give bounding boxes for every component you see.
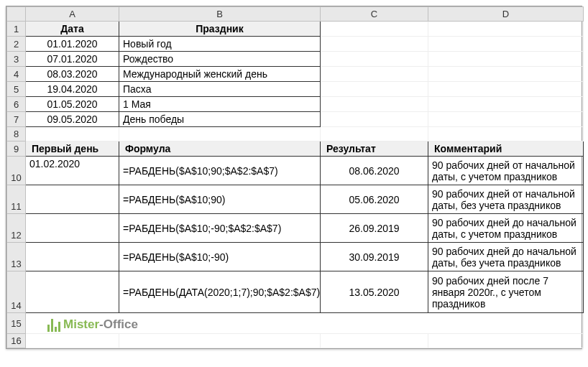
first-day[interactable] [26, 271, 119, 313]
comment[interactable]: 90 рабочих дней до начальной даты, с уче… [428, 214, 584, 243]
holidays-header-name[interactable]: Праздник [119, 22, 321, 37]
cell[interactable] [321, 127, 428, 141]
comment[interactable]: 90 рабочих дней от начальной даты, без у… [428, 185, 584, 214]
formula[interactable]: =РАБДЕНЬ($A$10;90) [119, 185, 321, 214]
watermark: Mister-Office [26, 313, 583, 333]
spreadsheet: A B C D 1 Дата Праздник 2 01.01.2020 Нов… [6, 6, 582, 349]
col-header-a[interactable]: A [26, 7, 119, 22]
result[interactable]: 05.06.2020 [321, 185, 428, 214]
holiday-name[interactable]: Рождество [119, 52, 321, 67]
watermark-text-green: Mister [63, 317, 99, 331]
cell[interactable] [321, 97, 428, 112]
cell[interactable] [428, 52, 584, 67]
holiday-date[interactable]: 19.04.2020 [26, 82, 119, 97]
comment[interactable]: 90 рабочих дней после 7 января 2020г., с… [428, 271, 584, 313]
cell[interactable] [119, 127, 321, 141]
col-header-b[interactable]: B [119, 7, 321, 22]
table-header-comment[interactable]: Комментарий [428, 141, 584, 157]
row-header[interactable]: 2 [7, 37, 26, 52]
holiday-name[interactable]: 1 Мая [119, 97, 321, 112]
cell[interactable] [428, 127, 584, 141]
row-header[interactable]: 13 [7, 243, 26, 271]
holiday-date[interactable]: 01.05.2020 [26, 97, 119, 112]
cell[interactable] [428, 82, 584, 97]
holiday-name[interactable]: Новый год [119, 37, 321, 52]
watermark-text-grey: Office [104, 317, 138, 331]
cell[interactable] [428, 334, 584, 348]
row-header[interactable]: 6 [7, 97, 26, 112]
first-day[interactable] [26, 243, 119, 271]
formula[interactable]: =РАБДЕНЬ($A$10;-90;$A$2:$A$7) [119, 214, 321, 243]
bars-icon [47, 317, 60, 332]
cell[interactable] [321, 112, 428, 127]
holiday-date[interactable]: 07.01.2020 [26, 52, 119, 67]
cell[interactable] [26, 334, 119, 348]
first-day[interactable] [26, 214, 119, 243]
holiday-date[interactable]: 01.01.2020 [26, 37, 119, 52]
row-header[interactable]: 16 [7, 334, 26, 348]
formula[interactable]: =РАБДЕНЬ($A$10;-90) [119, 243, 321, 271]
holidays-header-date[interactable]: Дата [26, 22, 119, 37]
cell[interactable] [321, 334, 428, 348]
cell[interactable] [428, 22, 584, 37]
first-day[interactable] [26, 185, 119, 214]
holiday-name[interactable]: День победы [119, 112, 321, 127]
comment[interactable]: 90 рабочих дней до начальной даты, без у… [428, 243, 584, 271]
formula[interactable]: =РАБДЕНЬ(ДАТА(2020;1;7);90;$A$2:$A$7) [119, 271, 321, 313]
cell[interactable] [321, 37, 428, 52]
holiday-date[interactable]: 08.03.2020 [26, 67, 119, 82]
result[interactable]: 30.09.2019 [321, 243, 428, 271]
cell[interactable] [119, 334, 321, 348]
table-header-first-day[interactable]: Первый день [26, 141, 119, 157]
cell[interactable] [26, 127, 119, 141]
result[interactable]: 08.06.2020 [321, 157, 428, 185]
cell[interactable] [428, 112, 584, 127]
result[interactable]: 26.09.2019 [321, 214, 428, 243]
col-header-d[interactable]: D [428, 7, 584, 22]
result[interactable]: 13.05.2020 [321, 271, 428, 313]
row-header[interactable]: 11 [7, 185, 26, 214]
holiday-date[interactable]: 09.05.2020 [26, 112, 119, 127]
corner-cell[interactable] [7, 7, 26, 22]
cell[interactable] [321, 82, 428, 97]
row-header[interactable]: 7 [7, 112, 26, 127]
holiday-name[interactable]: Пасха [119, 82, 321, 97]
cell[interactable] [428, 37, 584, 52]
col-header-row: A B C D [7, 7, 584, 22]
row-header[interactable]: 15 [7, 313, 26, 334]
cell[interactable]: Mister-Office [26, 313, 584, 334]
cell[interactable] [321, 67, 428, 82]
cell[interactable] [321, 52, 428, 67]
row-header[interactable]: 8 [7, 127, 26, 141]
row-header[interactable]: 14 [7, 271, 26, 313]
row-header[interactable]: 1 [7, 22, 26, 37]
row-header[interactable]: 3 [7, 52, 26, 67]
row-header[interactable]: 10 [7, 157, 26, 185]
cell[interactable] [428, 67, 584, 82]
row-header[interactable]: 12 [7, 214, 26, 243]
grid[interactable]: A B C D 1 Дата Праздник 2 01.01.2020 Нов… [6, 6, 584, 348]
row-header[interactable]: 9 [7, 141, 26, 157]
row-header[interactable]: 4 [7, 67, 26, 82]
first-day[interactable]: 01.02.2020 [26, 157, 119, 185]
cell[interactable] [321, 22, 428, 37]
cell[interactable] [428, 97, 584, 112]
col-header-c[interactable]: C [321, 7, 428, 22]
table-header-formula[interactable]: Формула [119, 141, 321, 157]
holiday-name[interactable]: Международный женский день [119, 67, 321, 82]
formula[interactable]: =РАБДЕНЬ($A$10;90;$A$2:$A$7) [119, 157, 321, 185]
row-header[interactable]: 5 [7, 82, 26, 97]
table-header-result[interactable]: Результат [321, 141, 428, 157]
comment[interactable]: 90 рабочих дней от начальной даты, с уче… [428, 157, 584, 185]
